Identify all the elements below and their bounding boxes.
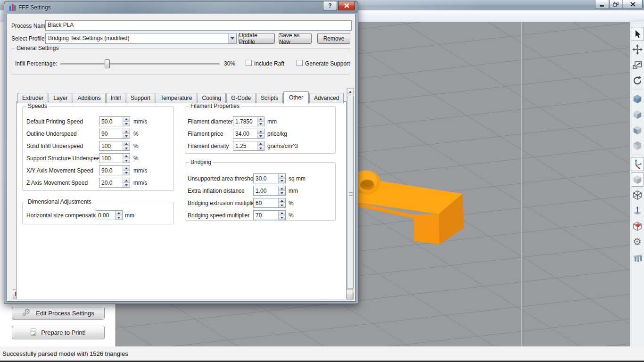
wireframe-view-tool[interactable] xyxy=(631,188,644,202)
tab-extruder[interactable]: Extruder xyxy=(17,93,48,103)
spin-up[interactable] xyxy=(123,117,130,121)
spin-down[interactable] xyxy=(123,170,130,175)
spin-up[interactable] xyxy=(257,129,264,133)
view-cube-4-tool[interactable] xyxy=(631,139,644,153)
profile-select[interactable]: Bridging Test Settings (modified) xyxy=(45,33,237,44)
machine-settings-tool[interactable]: ⚙ xyxy=(631,235,644,249)
toolbar-grip-dots[interactable]: ······· xyxy=(630,22,644,26)
filament-price-spinner[interactable]: 34.00 xyxy=(233,129,264,139)
solid-view-tool[interactable] xyxy=(631,173,644,187)
spin-down[interactable] xyxy=(257,133,264,138)
close-button[interactable] xyxy=(623,0,643,9)
surface-normal-icon xyxy=(632,206,643,216)
generate-support-label: Generate Support xyxy=(305,60,350,67)
spin-up[interactable] xyxy=(116,211,122,215)
spin-down[interactable] xyxy=(123,158,130,163)
setting-row: Filament density 1.25 grams/cm^3 xyxy=(185,141,335,151)
tab-cooling[interactable]: Cooling xyxy=(198,93,226,103)
infill-slider-handle[interactable] xyxy=(105,59,110,68)
setting-row: Default Printing Speed 50.0 mm/s xyxy=(23,116,173,127)
dialog-close-button[interactable] xyxy=(338,1,355,10)
dialog-help-button[interactable]: ? xyxy=(323,1,337,10)
view-cube-1-tool[interactable] xyxy=(631,92,644,106)
solid-infill-underspeed-spinner[interactable]: 100 xyxy=(99,141,130,151)
rotate-tool[interactable] xyxy=(631,74,644,88)
tab-temperature[interactable]: Temperature xyxy=(156,93,197,103)
bridging-speed-multiplier-spinner[interactable]: 70 xyxy=(253,210,286,220)
view-cube-3-tool[interactable] xyxy=(631,123,644,137)
tab-infill[interactable]: Infill xyxy=(106,93,125,103)
spin-down[interactable] xyxy=(257,146,264,150)
dimensional-adjustments-group: Dimensional Adjustments Horizontal size … xyxy=(22,202,174,224)
spin-up[interactable] xyxy=(279,211,285,215)
tab-pane-scrollbar[interactable] xyxy=(347,88,354,300)
spin-up[interactable] xyxy=(123,154,130,158)
spin-up[interactable] xyxy=(123,141,130,146)
process-name-input[interactable]: Black PLA xyxy=(45,20,352,31)
combo-arrow[interactable] xyxy=(228,33,236,43)
horizontal-size-compensation-spinner[interactable]: 0.00 xyxy=(96,210,123,220)
cross-section-tool[interactable] xyxy=(631,219,644,233)
update-profile-button[interactable]: Update Profile xyxy=(239,33,275,44)
view-cube-2-tool[interactable] xyxy=(631,107,644,122)
extra-inflation-distance-spinner[interactable]: 1.00 xyxy=(253,186,286,196)
tab-advanced[interactable]: Advanced xyxy=(309,93,344,103)
spin-up[interactable] xyxy=(257,117,264,121)
dialog-titlebar[interactable] xyxy=(4,1,358,14)
infill-slider-track[interactable] xyxy=(60,63,220,65)
spin-down[interactable] xyxy=(116,215,122,220)
bridging-extrusion-multiplier-spinner[interactable]: 60 xyxy=(253,198,286,208)
tab-additions[interactable]: Additions xyxy=(73,93,105,103)
spin-down[interactable] xyxy=(123,182,130,187)
prepare-to-print-button[interactable]: ✓ Prepare to Print! xyxy=(12,326,105,339)
select-cursor-tool[interactable] xyxy=(631,27,644,41)
scroll-up-button[interactable] xyxy=(347,88,354,95)
unsupported-area-threshold-spinner[interactable]: 30.0 xyxy=(253,173,286,183)
tab-gcode[interactable]: G-Code xyxy=(226,93,256,103)
edit-process-settings-button[interactable]: ⚙⚙ Edit Process Settings xyxy=(12,307,105,320)
scrollbar-thumb[interactable] xyxy=(347,96,354,289)
spin-down[interactable] xyxy=(123,146,130,150)
coordinate-axes-tool[interactable] xyxy=(631,157,644,171)
generate-support-checkbox[interactable] xyxy=(297,60,303,66)
outline-underspeed-spinner[interactable]: 90 xyxy=(99,129,130,139)
spin-down[interactable] xyxy=(279,215,285,220)
filament-density-spinner[interactable]: 1.25 xyxy=(233,141,264,151)
remove-profile-button[interactable]: Remove xyxy=(317,33,350,44)
default-printing-speed-spinner[interactable]: 50.0 xyxy=(99,116,130,126)
spin-down[interactable] xyxy=(257,121,264,126)
spin-down[interactable] xyxy=(123,133,130,138)
z-axis-movement-speed-spinner[interactable]: 20.0 xyxy=(99,178,130,188)
setting-row: Bridging extrusion multiplier 60 % xyxy=(185,198,335,208)
translate-tool[interactable] xyxy=(631,42,644,57)
surface-normal-tool[interactable] xyxy=(631,204,644,218)
include-raft-checkbox[interactable] xyxy=(246,60,252,66)
tab-other[interactable]: Other xyxy=(283,91,309,104)
translate-icon xyxy=(632,44,643,55)
tab-scripts[interactable]: Scripts xyxy=(256,93,283,103)
cross-section-icon xyxy=(632,221,643,231)
spin-down[interactable] xyxy=(279,190,285,195)
spin-up[interactable] xyxy=(123,178,130,182)
spin-up[interactable] xyxy=(279,174,285,178)
scale-tool[interactable] xyxy=(631,58,644,72)
xy-axis-movement-speed-spinner[interactable]: 90.0 xyxy=(99,165,130,175)
spin-up[interactable] xyxy=(123,166,130,170)
restore-button[interactable] xyxy=(610,0,622,9)
spin-up[interactable] xyxy=(279,198,285,203)
minimize-button[interactable] xyxy=(595,0,609,9)
save-as-new-button[interactable]: Save as New xyxy=(279,33,312,44)
filament-diameter-spinner[interactable]: 1.7850 xyxy=(233,116,264,126)
support-structures-icon xyxy=(632,252,643,263)
spin-down[interactable] xyxy=(279,203,285,207)
support-structure-underspeed-spinner[interactable]: 100 xyxy=(99,153,130,163)
spin-up[interactable] xyxy=(279,186,285,190)
support-structures-tool[interactable] xyxy=(631,250,644,264)
tab-support[interactable]: Support xyxy=(126,93,155,103)
tab-layer[interactable]: Layer xyxy=(49,93,72,103)
dimensional-adjustments-title: Dimensional Adjustments xyxy=(26,198,93,205)
spin-down[interactable] xyxy=(279,178,285,183)
spin-up[interactable] xyxy=(257,141,264,146)
spin-down[interactable] xyxy=(123,121,130,126)
spin-up[interactable] xyxy=(123,129,130,133)
